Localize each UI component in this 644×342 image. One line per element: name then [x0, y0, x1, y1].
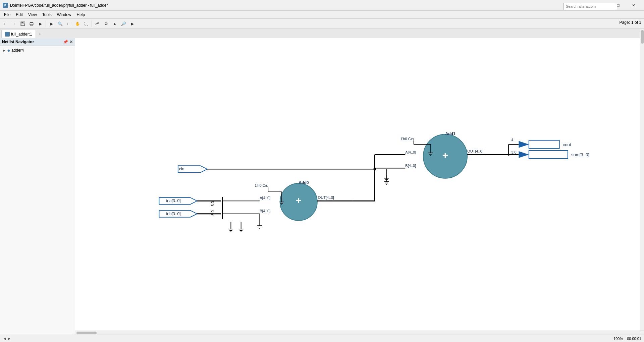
svg-text:inb[3..0]: inb[3..0] — [166, 212, 181, 216]
zoom-level: 100% — [613, 337, 623, 341]
expand-icon: ► — [3, 49, 6, 52]
svg-text:1'h0 CIN: 1'h0 CIN — [400, 137, 414, 141]
menu-tools[interactable]: Tools — [40, 12, 54, 18]
tb-zoom-rect[interactable]: □ — [65, 20, 73, 28]
search-bar — [564, 3, 617, 10]
svg-text:B[4..0]: B[4..0] — [405, 164, 416, 168]
toolbar-sep-1 — [46, 20, 46, 27]
app-icon: R — [3, 3, 8, 8]
status-info: 100% 00:00:01 — [613, 337, 641, 341]
search-input[interactable] — [564, 3, 617, 10]
v-scroll-thumb[interactable] — [641, 30, 644, 44]
svg-text:4: 4 — [511, 138, 513, 142]
svg-text:3:0: 3:0 — [511, 150, 516, 154]
tree-item-label: adder4 — [11, 48, 24, 53]
sidebar-header-icons: 📌 ✕ — [63, 40, 73, 44]
scroll-arrows: ◄ ► — [3, 336, 11, 341]
page-label: Page: — [620, 20, 630, 25]
tree-item-adder4[interactable]: ► ◆ adder4 — [1, 47, 73, 53]
tb-save[interactable] — [19, 20, 27, 28]
close-button[interactable]: ✕ — [626, 0, 641, 11]
sidebar-pin-icon[interactable]: 📌 — [63, 40, 68, 44]
menu-file[interactable]: File — [1, 12, 13, 18]
h-scrollbar[interactable] — [75, 331, 644, 335]
tb-select[interactable]: ▶ — [47, 20, 55, 28]
svg-text:OUT[4..0]: OUT[4..0] — [467, 149, 483, 153]
svg-rect-4 — [30, 22, 33, 23]
title-text: D:/intelFPGA/code/full_adder/prj/full_ad… — [10, 3, 108, 8]
svg-text:ina[3..0]: ina[3..0] — [166, 198, 181, 203]
tb-zoom-in[interactable]: 🔍 — [56, 20, 64, 28]
tb-pan[interactable]: ✋ — [73, 20, 82, 28]
tb-netlist[interactable]: ☍ — [93, 20, 101, 28]
toolbar: ← → ▶ ▶ 🔍 □ ✋ ⛶ ☍ ⚙ ▲ 🔎 ▶ — [0, 19, 644, 29]
tb-jump[interactable]: ▶ — [36, 20, 44, 28]
sidebar: Netlist Navigator 📌 ✕ ► ◆ adder4 — [0, 38, 75, 342]
tab-add-button[interactable]: + — [36, 30, 44, 38]
svg-rect-1 — [21, 22, 23, 23]
v-scrollbar[interactable] — [640, 29, 644, 331]
scroll-left-btn[interactable]: ◄ — [3, 336, 7, 341]
tree-node-icon: ◆ — [7, 48, 10, 53]
menu-view[interactable]: View — [25, 12, 40, 18]
menu-help[interactable]: Help — [74, 12, 88, 18]
time-display: 00:00:01 — [627, 337, 641, 341]
svg-text:cin: cin — [179, 167, 184, 171]
svg-text:Add0: Add0 — [299, 180, 309, 185]
svg-text:B[4..0]: B[4..0] — [260, 209, 270, 213]
tb-forward[interactable]: → — [10, 20, 18, 28]
svg-text:Add1: Add1 — [445, 131, 455, 136]
tb-next[interactable]: ▶ — [128, 20, 136, 28]
tab-bar: full_adder:1 + — [0, 29, 644, 38]
h-scroll-thumb[interactable] — [76, 332, 97, 334]
svg-text:A[4..0]: A[4..0] — [405, 150, 416, 154]
svg-text:cout: cout — [563, 142, 571, 147]
svg-text:3:0: 3:0 — [211, 201, 215, 206]
tb-search2[interactable]: 🔎 — [119, 20, 127, 28]
tab-label: full_adder:1 — [11, 32, 32, 37]
canvas-area[interactable]: 3:0 3:0 + Add0 A[4..0] B[4..0] 1'h0 CIN … — [75, 38, 644, 342]
tb-highlight[interactable]: ▲ — [111, 20, 119, 28]
svg-text:OUT[4..0]: OUT[4..0] — [318, 195, 334, 199]
page-indicator: Page: 1 of 1 — [620, 20, 641, 25]
svg-text:3:0: 3:0 — [211, 210, 215, 215]
svg-text:+: + — [442, 150, 448, 161]
menu-bar: File Edit View Tools Window Help — [0, 11, 644, 19]
svg-text:sum[3..0]: sum[3..0] — [571, 152, 589, 157]
title-bar: R D:/intelFPGA/code/full_adder/prj/full_… — [0, 0, 644, 11]
page-value: 1 of 1 — [631, 20, 641, 25]
tb-zoom-fit[interactable]: ⛶ — [82, 20, 90, 28]
tb-print[interactable] — [28, 20, 36, 28]
svg-rect-6 — [75, 45, 644, 336]
tab-icon — [5, 32, 10, 37]
svg-text:A[4..0]: A[4..0] — [260, 196, 270, 200]
menu-edit[interactable]: Edit — [13, 12, 25, 18]
sidebar-tree: ► ◆ adder4 — [0, 46, 75, 342]
sidebar-header: Netlist Navigator 📌 ✕ — [0, 38, 75, 46]
tab-full-adder[interactable]: full_adder:1 — [1, 30, 36, 38]
status-bar: ◄ ► 100% 00:00:01 — [0, 335, 644, 342]
svg-text:+: + — [296, 195, 302, 206]
rtl-diagram-svg: 3:0 3:0 + Add0 A[4..0] B[4..0] 1'h0 CIN … — [75, 38, 644, 342]
tb-back[interactable]: ← — [1, 20, 9, 28]
toolbar-sep-2 — [92, 20, 92, 27]
sidebar-close-icon[interactable]: ✕ — [69, 40, 73, 44]
svg-text:1'h0 CIN: 1'h0 CIN — [255, 183, 268, 187]
scroll-right-btn[interactable]: ► — [7, 336, 11, 341]
svg-rect-2 — [21, 24, 24, 25]
title-left: R D:/intelFPGA/code/full_adder/prj/full_… — [3, 3, 108, 8]
tb-options[interactable]: ⚙ — [102, 20, 110, 28]
menu-window[interactable]: Window — [54, 12, 74, 18]
sidebar-title: Netlist Navigator — [2, 40, 34, 44]
